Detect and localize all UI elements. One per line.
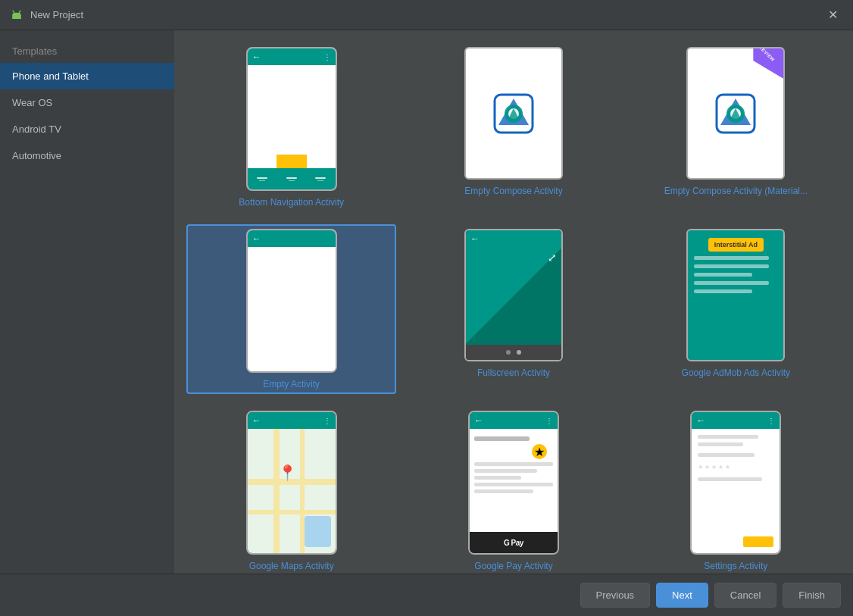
svg-line-3 — [19, 11, 20, 13]
fullscreen-label: Fullscreen Activity — [477, 367, 550, 378]
android-logo — [9, 8, 24, 23]
google-maps-label: Google Maps Activity — [249, 561, 334, 571]
title-bar: New Project ✕ — [0, 0, 853, 30]
empty-compose-material-label: Empty Compose Activity (Material... — [664, 186, 808, 196]
template-card-admob[interactable]: Interstitial Ad Google AdMob Ads Activit… — [631, 224, 841, 394]
empty-compose-material-preview: PREVIEW — [686, 47, 785, 180]
template-card-empty-compose-material[interactable]: PREVIEW Empty Compose Activity (Material… — [631, 42, 841, 212]
sidebar-header: Templates — [0, 36, 174, 63]
template-card-settings[interactable]: ← ⋮ ★ ★ ★ ★ ★ — [631, 406, 841, 574]
google-pay-preview: ← ⋮ ★ G Pay — [468, 411, 559, 555]
template-area: ← ⋮ — [174, 30, 853, 574]
template-card-fullscreen[interactable]: ← ⤢ Fullscreen Activity — [408, 224, 618, 394]
bottom-bar: Previous Next Cancel Finish — [0, 574, 853, 616]
empty-compose-preview — [464, 47, 563, 180]
main-content: Templates Phone and Tablet Wear OS Andro… — [0, 30, 853, 574]
template-card-google-maps[interactable]: ← ⋮ 📍 Google Maps Act — [186, 406, 396, 574]
empty-compose-label: Empty Compose Activity — [464, 186, 562, 196]
sidebar: Templates Phone and Tablet Wear OS Andro… — [0, 30, 174, 574]
sidebar-item-android-tv[interactable]: Android TV — [0, 116, 174, 142]
sidebar-item-wear-os[interactable]: Wear OS — [0, 89, 174, 116]
preview-badge: PREVIEW — [753, 48, 783, 79]
window-title: New Project — [30, 9, 822, 20]
previous-button[interactable]: Previous — [580, 583, 651, 608]
template-card-google-pay[interactable]: ← ⋮ ★ G Pay Go — [408, 406, 618, 574]
settings-label: Settings Activity — [704, 561, 767, 571]
bottom-nav-preview: ← ⋮ — [246, 47, 337, 191]
sidebar-item-automotive[interactable]: Automotive — [0, 142, 174, 169]
compose-material-icon — [709, 87, 762, 140]
sidebar-item-phone-tablet[interactable]: Phone and Tablet — [0, 63, 174, 89]
google-maps-preview: ← ⋮ 📍 — [246, 411, 337, 555]
admob-preview: Interstitial Ad — [686, 229, 785, 361]
template-card-bottom-nav[interactable]: ← ⋮ — [186, 42, 396, 212]
bottom-nav-label: Bottom Navigation Activity — [239, 197, 344, 208]
template-card-empty-activity[interactable]: ← Empty Activity — [186, 224, 396, 394]
svg-line-2 — [13, 11, 14, 13]
cancel-button[interactable]: Cancel — [714, 583, 776, 608]
interstitial-ad-badge: Interstitial Ad — [708, 238, 764, 252]
empty-activity-preview: ← — [246, 229, 337, 373]
template-card-empty-compose[interactable]: Empty Compose Activity — [408, 42, 618, 212]
fullscreen-preview: ← ⤢ — [464, 229, 563, 361]
compose-icon — [487, 87, 540, 140]
template-grid: ← ⋮ — [174, 30, 853, 574]
admob-label: Google AdMob Ads Activity — [682, 367, 790, 378]
empty-activity-label: Empty Activity — [263, 379, 320, 389]
next-button[interactable]: Next — [656, 583, 708, 608]
settings-preview: ← ⋮ ★ ★ ★ ★ ★ — [690, 411, 781, 555]
close-button[interactable]: ✕ — [822, 5, 844, 25]
finish-button[interactable]: Finish — [783, 583, 841, 608]
google-pay-label: Google Pay Activity — [474, 561, 552, 571]
